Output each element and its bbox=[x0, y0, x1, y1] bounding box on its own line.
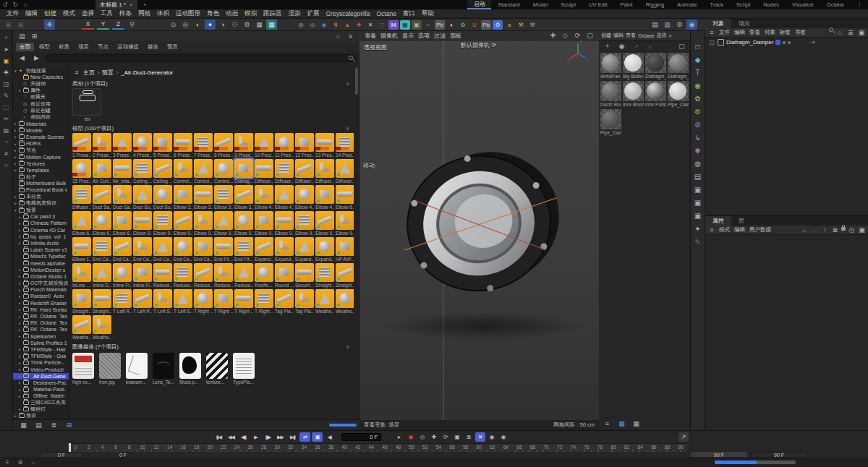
pb-icon[interactable]: Pb bbox=[435, 20, 445, 30]
layout-tab-track[interactable]: Track bbox=[704, 0, 730, 9]
blob-icon[interactable]: ◖ bbox=[446, 20, 456, 30]
asset-thumbnail[interactable]: Elbow 9... bbox=[255, 211, 273, 236]
knife-tool-icon[interactable]: ✂ bbox=[1, 114, 12, 123]
layout-tab-animate[interactable]: Animate bbox=[671, 0, 704, 9]
asset-thumbnail[interactable]: 7 Prese... bbox=[194, 133, 213, 158]
asset-thumbnail[interactable]: Weathe... bbox=[72, 315, 91, 340]
tree-item[interactable]: ▸RK_Octane_Tex bbox=[13, 313, 69, 320]
asset-thumbnail[interactable]: Elbow 6... bbox=[93, 211, 111, 236]
asset-thumbnail[interactable]: Reduce... bbox=[234, 263, 253, 288]
subdivision-icon[interactable]: ◉ bbox=[692, 80, 704, 91]
circle-tool-icon[interactable]: ○ bbox=[1, 160, 12, 169]
asset-thumbnail[interactable]: 4 Prese... bbox=[133, 133, 152, 158]
layout-tab-rigging[interactable]: Rigging bbox=[639, 0, 671, 9]
vp-menu-选项[interactable]: 选项 bbox=[416, 32, 432, 40]
view-grid-icon[interactable]: ▦ bbox=[18, 420, 29, 430]
asset-thumbnail[interactable]: 12 Pres... bbox=[295, 133, 314, 158]
menu-文件[interactable]: 文件 bbox=[4, 9, 22, 18]
frame-icon[interactable]: ▣ bbox=[1, 56, 12, 65]
home-icon[interactable]: ⌂ bbox=[20, 1, 30, 8]
rotate-frame-icon[interactable]: ◳ bbox=[1, 80, 12, 88]
material-swatch[interactable]: Inox Brush bbox=[623, 81, 644, 108]
asset-thumbnail[interactable]: Control... bbox=[174, 159, 192, 184]
forward-icon[interactable]: ▶ bbox=[31, 53, 42, 63]
layout-tab-paint[interactable]: Paint bbox=[614, 0, 639, 9]
asset-thumbnail[interactable]: Elbow 9... bbox=[295, 211, 314, 236]
layer-color-chip[interactable] bbox=[775, 40, 780, 45]
autokey-icon[interactable]: ◉ bbox=[406, 432, 416, 442]
grid-plugin-icon[interactable]: ▦ bbox=[400, 20, 410, 30]
goto-end-button[interactable]: ▶▮ bbox=[287, 432, 298, 442]
asset-thumbnail[interactable]: Expand... bbox=[255, 237, 273, 262]
asset-thumbnail[interactable]: Elbow 4... bbox=[315, 185, 334, 210]
tree-item[interactable]: ▸OC中文材质预设 bbox=[13, 280, 69, 286]
tree-item[interactable]: ▸Textures bbox=[13, 160, 69, 167]
close-tab-icon[interactable]: × bbox=[129, 1, 133, 8]
tree-item[interactable]: ▸MotionDesign s bbox=[13, 267, 69, 273]
material-swatch[interactable]: Inox Polish bbox=[645, 81, 666, 108]
mat-list-icon[interactable]: ≡ bbox=[602, 419, 613, 429]
pb2-icon[interactable]: Pb bbox=[481, 20, 491, 30]
asset-thumbnail[interactable]: Tag Pla... bbox=[275, 289, 294, 314]
asset-thumbnail[interactable]: Air_Inta... bbox=[113, 159, 132, 184]
viewport-canvas[interactable]: Y X Z 透视视图 默认摄像机 ⟳ 移动 bbox=[359, 40, 599, 420]
om-menu-编辑[interactable]: 编辑 bbox=[734, 29, 745, 36]
pen-icon[interactable]: ✎ bbox=[692, 236, 704, 247]
asset-thumbnail[interactable]: End Ca... bbox=[153, 237, 172, 262]
vp-menu-显示[interactable]: 显示 bbox=[400, 32, 416, 40]
asset-thumbnail[interactable]: Elbow 4... bbox=[295, 185, 314, 210]
tree-item[interactable]: ▸Redshift Shader bbox=[13, 300, 69, 307]
home-nav-icon[interactable]: ⌂ bbox=[333, 31, 344, 41]
toolbar-dim1-icon[interactable]: ▣ bbox=[3, 20, 14, 30]
tree-item[interactable]: ▸Cinema 4D Car bbox=[13, 227, 69, 234]
tree-item[interactable]: Spline Profiles 1 bbox=[13, 340, 69, 346]
asset-thumbnail[interactable]: 3 Prese... bbox=[113, 133, 132, 158]
menu-工具[interactable]: 工具 bbox=[98, 9, 116, 18]
orbit-icon[interactable]: ⟳ bbox=[572, 30, 583, 40]
breadcrumb-db[interactable]: 预置 bbox=[102, 69, 114, 77]
view-info-icon[interactable]: ⊞ bbox=[64, 420, 75, 430]
search-tool-icon[interactable]: ⌕ bbox=[1, 33, 12, 42]
asset-thumbnail[interactable]: T Left R... bbox=[133, 289, 152, 314]
asset-thumbnail[interactable]: Roofto... bbox=[255, 263, 273, 288]
tree-item[interactable]: ▸Think Particle - bbox=[13, 359, 69, 366]
om-home-icon[interactable]: ⌂ bbox=[836, 27, 843, 38]
asset-thumbnail[interactable]: 10 Pres... bbox=[255, 133, 273, 158]
am-filter-icon[interactable]: ≣ bbox=[832, 225, 838, 235]
breadcrumb-home[interactable]: 主页 bbox=[83, 69, 95, 77]
tab-层[interactable]: 层 bbox=[731, 216, 752, 226]
marker2-icon[interactable]: ◉ bbox=[498, 432, 509, 442]
visibility-dot-bottom[interactable] bbox=[788, 41, 791, 44]
grid-icon[interactable]: ▦ bbox=[254, 20, 265, 30]
asset-thumbnail[interactable]: Elbow 3... bbox=[234, 185, 253, 210]
scatter-icon[interactable]: ✕ bbox=[365, 20, 375, 30]
filter-chip-预置[interactable]: 预置 bbox=[163, 43, 182, 51]
pen-tool-icon[interactable]: ✎ bbox=[1, 91, 12, 100]
loop-button[interactable]: ⇄ bbox=[299, 432, 310, 442]
current-frame-field[interactable]: 0 F bbox=[341, 433, 381, 441]
tree-item[interactable]: ▸Punch Materials bbox=[13, 286, 69, 293]
asset-thumbnail[interactable]: Elbow 9... bbox=[275, 211, 294, 236]
pan-icon[interactable]: ✚ bbox=[548, 30, 558, 40]
back-icon[interactable]: ◀ bbox=[17, 53, 27, 63]
object-row[interactable]: ⊡ Diafragm_Damper ⇥ bbox=[705, 38, 868, 47]
menu-编辑[interactable]: 编辑 bbox=[22, 9, 41, 18]
am-back-icon[interactable]: ← bbox=[801, 225, 808, 235]
camera-name-label[interactable]: 默认摄像机 ⟳ bbox=[461, 41, 496, 49]
arrow-up-icon[interactable]: ↗ bbox=[631, 41, 642, 51]
prev-frame-button[interactable]: ◀▮ bbox=[238, 432, 249, 442]
asset-thumbnail[interactable]: T Left R... bbox=[113, 289, 132, 314]
material-swatch[interactable]: AirfoilFan_ bbox=[600, 53, 621, 80]
asset-thumbnail[interactable]: Weathe... bbox=[93, 315, 111, 340]
asset-thumbnail[interactable]: 6 Prese... bbox=[174, 133, 192, 158]
cube-icon[interactable]: ◆ bbox=[692, 54, 704, 65]
mat-menu-编辑[interactable]: 编辑 bbox=[613, 32, 624, 39]
horizontal-scrollbar[interactable] bbox=[329, 424, 357, 427]
mat-grid-icon[interactable]: ▦ bbox=[616, 419, 627, 429]
view-list-icon[interactable]: ▤ bbox=[33, 420, 44, 430]
asset-thumbnail[interactable]: Diffuser... bbox=[255, 159, 273, 184]
material-swatch[interactable]: Diafragm_D bbox=[668, 53, 689, 80]
asset-thumbnail[interactable]: T Left S... bbox=[174, 289, 192, 314]
object-name[interactable]: Diafragm_Damper bbox=[726, 39, 773, 46]
media-thumbnail[interactable]: Muck.p... bbox=[179, 353, 201, 385]
